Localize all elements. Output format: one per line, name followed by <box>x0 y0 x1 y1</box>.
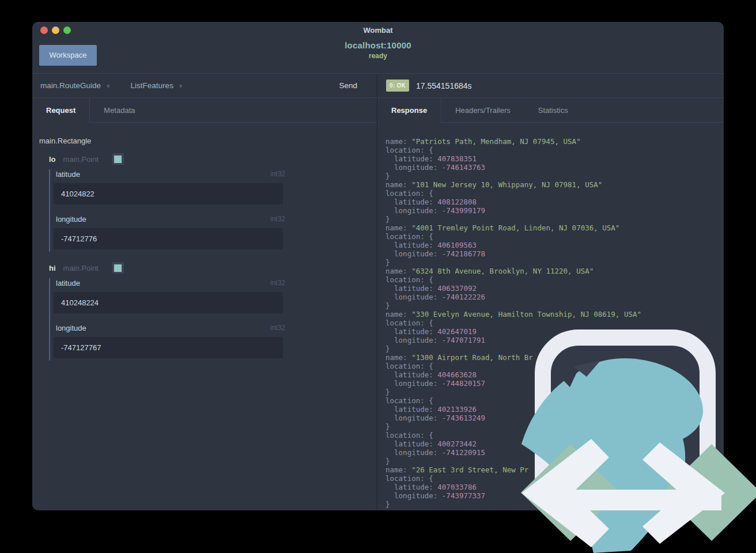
response-line: name: "6324 8th Avenue, Brooklyn, NY 112… <box>385 267 716 275</box>
field-children: latitudeint32longitudeint32 <box>49 169 370 252</box>
response-line: location: { <box>385 232 716 241</box>
zoom-button[interactable] <box>63 26 71 34</box>
field-name: lo <box>49 155 56 164</box>
field-checkbox[interactable] <box>112 153 124 165</box>
field-name: hi <box>49 264 56 272</box>
request-pane: main.RouteGuide ▾ ListFeatures ▾ Send Re… <box>32 74 377 510</box>
response-line: name: "4001 Tremley Point Road, Linden, … <box>385 224 716 232</box>
request-form-groups: lomain.Pointlatitudeint32longitudeint32h… <box>39 153 370 361</box>
message-type-label: main.Rectangle <box>39 137 370 145</box>
input-label: longitude <box>56 324 86 332</box>
send-button[interactable]: Send <box>339 81 357 90</box>
desktop: Wombat Workspace localhost:10000 ready m… <box>0 0 756 553</box>
tab-request[interactable]: Request <box>32 98 90 123</box>
scalar-type-label: int32 <box>270 279 285 287</box>
response-line: } <box>385 172 716 180</box>
field-type: main.Point <box>63 264 99 272</box>
response-line: latitude: 407838351 <box>385 154 716 163</box>
response-line: location: { <box>385 146 716 154</box>
response-line: longitude: -743999179 <box>385 206 716 215</box>
response-line: location: { <box>385 275 716 284</box>
field-children: latitudeint32longitudeint32 <box>49 278 370 361</box>
titlebar: Wombat <box>32 22 724 38</box>
longitude-input[interactable] <box>54 228 283 249</box>
status-bar: 0: OK 17.554151684s <box>377 74 724 98</box>
response-line: name: "330 Evelyn Avenue, Hamilton Towns… <box>385 310 716 319</box>
field-checkbox[interactable] <box>112 262 124 274</box>
method-bar: main.RouteGuide ▾ ListFeatures ▾ Send <box>32 74 377 98</box>
status-badge: 0: OK <box>386 79 409 92</box>
scalar-type-label: int32 <box>270 324 285 332</box>
response-line: location: { <box>385 189 716 198</box>
chevron-down-icon[interactable]: ▾ <box>179 82 183 90</box>
latitude-input[interactable] <box>54 183 283 204</box>
checkbox-check-icon <box>114 264 122 272</box>
tab-headers-trailers[interactable]: Headers/Trailers <box>441 98 524 122</box>
window-title: Wombat <box>32 22 724 39</box>
server-address: localhost:10000 <box>32 40 724 50</box>
request-field-group: himain.Pointlatitudeint32longitudeint32 <box>39 262 370 361</box>
tab-statistics[interactable]: Statistics <box>524 98 582 122</box>
response-line: longitude: -746143763 <box>385 163 716 172</box>
input-label: latitude <box>56 279 80 287</box>
scalar-type-label: int32 <box>270 170 285 178</box>
response-line: longitude: -740122226 <box>385 293 716 301</box>
duration-label: 17.554151684s <box>416 81 472 90</box>
chevron-down-icon[interactable]: ▾ <box>107 82 110 90</box>
input-label: latitude <box>56 170 80 179</box>
scalar-type-label: int32 <box>270 215 285 223</box>
request-tabs: Request Metadata <box>32 98 377 123</box>
method-select[interactable]: ListFeatures <box>131 81 173 90</box>
field-type: main.Point <box>63 155 99 164</box>
response-line: longitude: -742186778 <box>385 249 716 258</box>
response-line: } <box>385 301 716 310</box>
response-line: } <box>385 215 716 224</box>
server-status: ready <box>32 52 724 60</box>
latitude-input[interactable] <box>54 292 283 313</box>
service-select[interactable]: main.RouteGuide <box>40 81 101 90</box>
response-line: name: "101 New Jersey 10, Whippany, NJ 0… <box>385 180 716 189</box>
response-line: latitude: 406337092 <box>385 284 716 293</box>
checkbox-check-icon <box>114 156 122 163</box>
tab-metadata[interactable]: Metadata <box>90 98 149 122</box>
input-label: longitude <box>56 215 86 224</box>
response-tabs: Response Headers/Trailers Statistics <box>377 98 724 123</box>
response-line: latitude: 406109563 <box>385 241 716 249</box>
wombat-logo <box>519 320 756 553</box>
close-button[interactable] <box>40 26 48 34</box>
request-form: main.Rectangle lomain.Pointlatitudeint32… <box>32 123 377 510</box>
minimize-button[interactable] <box>52 26 59 34</box>
header: Workspace localhost:10000 ready <box>32 38 724 74</box>
response-line: } <box>385 258 716 267</box>
response-line: latitude: 408122808 <box>385 198 716 206</box>
arrow-shaft <box>559 490 721 510</box>
tab-response[interactable]: Response <box>377 98 441 123</box>
longitude-input[interactable] <box>54 337 283 358</box>
request-field-group: lomain.Pointlatitudeint32longitudeint32 <box>39 153 370 252</box>
response-line: name: "Patriots Path, Mendham, NJ 07945,… <box>385 137 716 146</box>
